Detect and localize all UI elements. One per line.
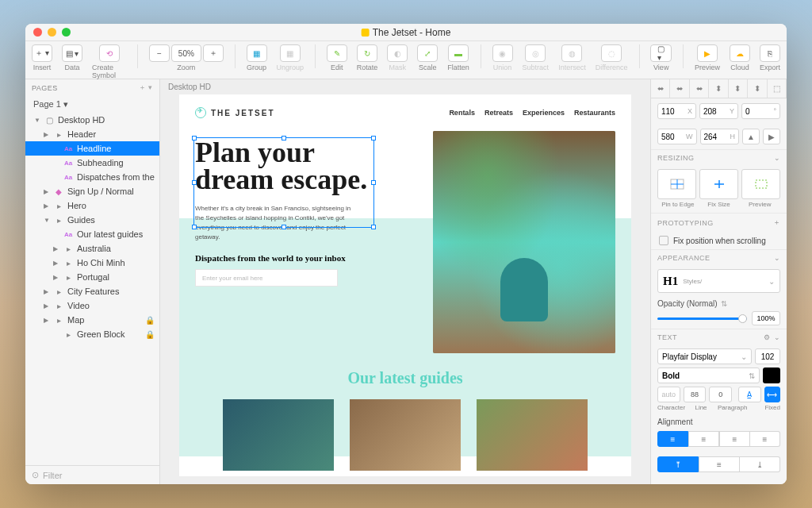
layer-item[interactable]: ▶▸Hero bbox=[25, 198, 159, 213]
canvas-area[interactable]: Desktop HD THE JETSET RentalsRetreatsExp… bbox=[160, 79, 650, 484]
valign-middle-button[interactable]: ≡ bbox=[699, 456, 740, 472]
align-right-button[interactable]: ≡ bbox=[719, 431, 750, 447]
fixed-width-button[interactable]: ⟷ bbox=[764, 387, 780, 402]
chevron-down-icon[interactable]: ⌄ bbox=[774, 154, 781, 162]
align-left-button[interactable]: ⬌ bbox=[651, 79, 670, 98]
fix-size-button[interactable] bbox=[699, 169, 738, 199]
layer-item[interactable]: AaDispatches from the bbox=[25, 170, 159, 184]
align-left-button[interactable]: ≡ bbox=[657, 431, 688, 447]
zoom-in-button[interactable]: ＋ bbox=[203, 44, 224, 62]
email-input[interactable]: Enter your email here bbox=[195, 269, 338, 287]
difference-button[interactable]: ◌ bbox=[601, 44, 622, 62]
distribute-button[interactable]: ⬚ bbox=[768, 79, 787, 98]
flip-h-button[interactable]: ▲ bbox=[742, 129, 760, 144]
layer-item[interactable]: ▸Green Block🔒 bbox=[25, 327, 159, 341]
align-bottom-button[interactable]: ⬍ bbox=[748, 79, 767, 98]
svg-rect-5 bbox=[756, 180, 767, 188]
chevron-down-icon[interactable]: ⌄ bbox=[774, 254, 781, 262]
fullscreen-icon[interactable] bbox=[62, 28, 71, 37]
y-field[interactable]: Y bbox=[699, 103, 738, 119]
align-center-button[interactable]: ≡ bbox=[688, 431, 719, 447]
font-size-field[interactable]: 102 bbox=[755, 348, 780, 364]
resize-handle[interactable] bbox=[371, 136, 376, 140]
layer-item[interactable]: ▼▢Desktop HD bbox=[25, 113, 159, 127]
ungroup-button[interactable]: ▦ bbox=[280, 44, 301, 62]
line-spacing-field[interactable]: 88 bbox=[684, 387, 707, 402]
font-weight-select[interactable]: Bold⇅ bbox=[657, 368, 760, 383]
height-field[interactable]: H bbox=[700, 129, 740, 144]
align-center-h-button[interactable]: ⬌ bbox=[670, 79, 689, 98]
data-button[interactable]: ▤ ▾ bbox=[62, 44, 82, 62]
layer-item[interactable]: ▶▸Ho Chi Minh bbox=[25, 256, 159, 270]
flatten-button[interactable]: ▬ bbox=[448, 44, 469, 62]
x-field[interactable]: X bbox=[657, 103, 696, 119]
intersect-button[interactable]: ◍ bbox=[561, 44, 582, 62]
text-color-swatch[interactable] bbox=[763, 368, 780, 383]
add-prototype-button[interactable]: ＋ bbox=[773, 217, 781, 228]
opacity-slider[interactable]: 100% bbox=[657, 311, 780, 325]
width-field[interactable]: W bbox=[657, 129, 697, 144]
layer-item[interactable]: ▶▸Video bbox=[25, 298, 159, 313]
para-spacing-field[interactable]: 0 bbox=[709, 387, 732, 402]
layer-item[interactable]: ▶▸City Features bbox=[25, 284, 159, 298]
group-button[interactable]: ▦ bbox=[247, 44, 267, 62]
align-center-v-button[interactable]: ⬍ bbox=[729, 79, 748, 98]
layer-item[interactable]: ▶◆Sign Up / Normal bbox=[25, 184, 159, 198]
layer-item[interactable]: AaHeadline bbox=[25, 141, 159, 156]
align-justify-button[interactable]: ≡ bbox=[750, 431, 780, 447]
nav-menu: RentalsRetreatsExperiencesRestaurants bbox=[449, 109, 615, 117]
layer-item[interactable]: ▶▸Portugal bbox=[25, 270, 159, 284]
char-spacing-field[interactable]: auto bbox=[657, 387, 680, 402]
filter-input[interactable]: ⊙Filter bbox=[25, 465, 159, 484]
hero-image bbox=[433, 131, 615, 353]
view-button[interactable]: ▢ ▾ bbox=[650, 44, 672, 62]
cloud-button[interactable]: ☁ bbox=[730, 44, 750, 62]
gear-icon[interactable]: ⚙ bbox=[764, 333, 771, 341]
inspector-panel: ⬌ ⬌ ⬌ ⬍ ⬍ ⬍ ⬚ X Y ° W H ▲ ▶ RESIZING⌄ bbox=[650, 79, 787, 484]
preview-button[interactable]: ▶ bbox=[697, 44, 718, 62]
insert-button[interactable]: ＋ ▾ bbox=[32, 44, 52, 62]
page-selector[interactable]: Page 1 ▾ bbox=[25, 96, 159, 113]
rotate-button[interactable]: ↻ bbox=[357, 44, 377, 62]
close-icon[interactable] bbox=[33, 28, 42, 37]
export-button[interactable]: ⎘ bbox=[760, 44, 780, 62]
lock-icon: 🔒 bbox=[145, 316, 155, 325]
headline-text[interactable]: Plan your dream escape. bbox=[195, 139, 370, 193]
artboard[interactable]: THE JETSET RentalsRetreatsExperiencesRes… bbox=[179, 94, 631, 476]
artboard-icon: ▢ bbox=[44, 116, 54, 124]
resize-handle[interactable] bbox=[371, 180, 376, 185]
chevron-down-icon[interactable]: ⌄ bbox=[774, 333, 781, 341]
text-style-picker[interactable]: H1 Styles/ ⌄ bbox=[657, 269, 780, 293]
zoom-value[interactable]: 50% bbox=[171, 44, 201, 62]
add-page-button[interactable]: ＋ ▾ bbox=[139, 83, 153, 93]
align-top-button[interactable]: ⬍ bbox=[709, 79, 728, 98]
font-family-select[interactable]: Playfair Display⌄ bbox=[657, 348, 752, 364]
layer-item[interactable]: AaOur latest guides bbox=[25, 227, 159, 241]
layer-item[interactable]: ▶▸Map🔒 bbox=[25, 313, 159, 327]
text-icon: Aa bbox=[63, 230, 73, 238]
guide-card bbox=[477, 399, 588, 471]
create-symbol-button[interactable]: ⟲ bbox=[99, 44, 120, 62]
union-button[interactable]: ◉ bbox=[492, 44, 513, 62]
page-header: THE JETSET RentalsRetreatsExperiencesRes… bbox=[179, 94, 631, 131]
minimize-icon[interactable] bbox=[48, 28, 56, 37]
layer-item[interactable]: ▼▸Guides bbox=[25, 213, 159, 227]
text-decoration-button[interactable]: A̲ bbox=[738, 387, 761, 402]
align-right-button[interactable]: ⬌ bbox=[690, 79, 709, 98]
edit-button[interactable]: ✎ bbox=[327, 44, 347, 62]
layer-item[interactable]: ▶▸Australia bbox=[25, 241, 159, 256]
fix-position-checkbox[interactable]: Fix position when scrolling bbox=[651, 232, 787, 249]
mask-button[interactable]: ◐ bbox=[387, 44, 408, 62]
scale-button[interactable]: ⤢ bbox=[417, 44, 438, 62]
resize-preview-button[interactable] bbox=[741, 169, 780, 199]
rotation-field[interactable]: ° bbox=[741, 103, 780, 119]
shape-icon: ▸ bbox=[63, 330, 73, 338]
subtract-button[interactable]: ◎ bbox=[525, 44, 546, 62]
pin-to-edge-button[interactable] bbox=[657, 169, 696, 199]
valign-bottom-button[interactable]: ⤓ bbox=[740, 456, 780, 472]
zoom-out-button[interactable]: − bbox=[149, 44, 170, 62]
valign-top-button[interactable]: ⤒ bbox=[657, 456, 699, 472]
layer-item[interactable]: ▶▸Header bbox=[25, 127, 159, 141]
flip-v-button[interactable]: ▶ bbox=[763, 129, 780, 144]
layer-item[interactable]: AaSubheading bbox=[25, 156, 159, 170]
